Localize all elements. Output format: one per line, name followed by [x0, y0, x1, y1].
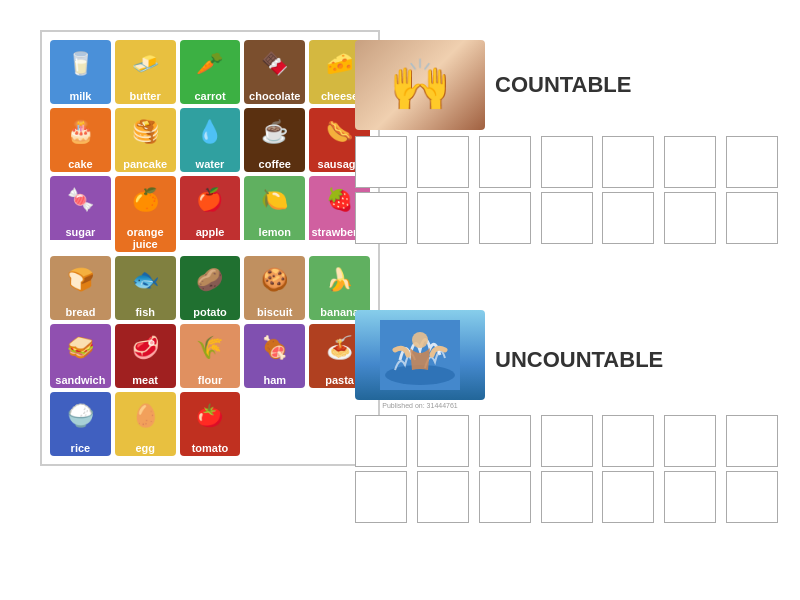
food-card-image: 🎂 [50, 108, 111, 156]
food-card-image: 💧 [180, 108, 241, 156]
food-card-butter[interactable]: 🧈butter [115, 40, 176, 104]
food-card-label: chocolate [244, 88, 305, 104]
drop-cell[interactable] [479, 136, 531, 188]
food-card-apple[interactable]: 🍎apple [180, 176, 241, 252]
food-card-image: 🍖 [244, 324, 305, 372]
food-card-image: 🧈 [115, 40, 176, 88]
food-card-label: egg [115, 440, 176, 456]
food-card-water[interactable]: 💧water [180, 108, 241, 172]
drop-cell[interactable] [664, 471, 716, 523]
food-card-potato[interactable]: 🥔potato [180, 256, 241, 320]
food-card-label: bread [50, 304, 111, 320]
food-card-image: 🍫 [244, 40, 305, 88]
drop-cell[interactable] [541, 415, 593, 467]
food-card-image: 🌾 [180, 324, 241, 372]
food-card-label: tomato [180, 440, 241, 456]
drop-cell[interactable] [602, 136, 654, 188]
food-card-image: 🥞 [115, 108, 176, 156]
food-card-label: pancake [115, 156, 176, 172]
food-card-label: flour [180, 372, 241, 388]
food-card-image: 🍬 [50, 176, 111, 224]
drop-cell[interactable] [417, 192, 469, 244]
food-card-label: butter [115, 88, 176, 104]
food-card-label: apple [180, 224, 241, 240]
countable-drop-grid-row1 [355, 136, 785, 188]
drop-cell[interactable] [541, 192, 593, 244]
food-card-bread[interactable]: 🍞bread [50, 256, 111, 320]
food-card-sugar[interactable]: 🍬sugar [50, 176, 111, 252]
uncountable-image [355, 310, 485, 400]
food-card-biscuit[interactable]: 🍪biscuit [244, 256, 305, 320]
food-card-label: meat [115, 372, 176, 388]
food-card-image: ☕ [244, 108, 305, 156]
food-card-label: water [180, 156, 241, 172]
food-card-pancake[interactable]: 🥞pancake [115, 108, 176, 172]
drop-cell[interactable] [602, 471, 654, 523]
drop-cell[interactable] [726, 192, 778, 244]
drop-cell[interactable] [479, 415, 531, 467]
food-card-image: 🍋 [244, 176, 305, 224]
food-card-image: 🥩 [115, 324, 176, 372]
food-card-label: orange juice [115, 224, 176, 252]
food-card-carrot[interactable]: 🥕carrot [180, 40, 241, 104]
drop-cell[interactable] [726, 471, 778, 523]
food-card-image: 🥚 [115, 392, 176, 440]
food-card-image: 🍊 [115, 176, 176, 224]
food-card-milk[interactable]: 🥛milk [50, 40, 111, 104]
food-card-rice[interactable]: 🍚rice [50, 392, 111, 456]
drop-cell[interactable] [417, 471, 469, 523]
countable-title: COUNTABLE [495, 72, 631, 98]
drop-cell[interactable] [664, 136, 716, 188]
food-card-meat[interactable]: 🥩meat [115, 324, 176, 388]
food-card-label: fish [115, 304, 176, 320]
food-card-egg[interactable]: 🥚egg [115, 392, 176, 456]
food-card-image: 🐟 [115, 256, 176, 304]
drop-cell[interactable] [355, 136, 407, 188]
food-card-cake[interactable]: 🎂cake [50, 108, 111, 172]
uncountable-section: Published on: 31444761 UNCOUNTABLE [355, 310, 785, 523]
food-card-image: 🍚 [50, 392, 111, 440]
food-card-tomato[interactable]: 🍅tomato [180, 392, 241, 456]
food-card-label: lemon [244, 224, 305, 240]
drop-cell[interactable] [417, 136, 469, 188]
food-card-ham[interactable]: 🍖ham [244, 324, 305, 388]
food-card-label: cake [50, 156, 111, 172]
drop-cell[interactable] [541, 471, 593, 523]
drop-cell[interactable] [726, 415, 778, 467]
food-card-image: 🍎 [180, 176, 241, 224]
countable-section: 🙌 COUNTABLE [355, 40, 785, 244]
drop-cell[interactable] [479, 471, 531, 523]
food-card-label: potato [180, 304, 241, 320]
drop-cell[interactable] [479, 192, 531, 244]
drop-cell[interactable] [541, 136, 593, 188]
food-card-coffee[interactable]: ☕coffee [244, 108, 305, 172]
food-cards-grid: 🥛milk🧈butter🥕carrot🍫chocolate🧀cheese🎂cak… [40, 30, 380, 466]
drop-cell[interactable] [602, 192, 654, 244]
drop-cell[interactable] [602, 415, 654, 467]
drop-cell[interactable] [664, 415, 716, 467]
food-card-label: ham [244, 372, 305, 388]
drop-cell[interactable] [417, 415, 469, 467]
food-card-lemon[interactable]: 🍋lemon [244, 176, 305, 252]
right-panel: 🙌 COUNTABLE [355, 20, 785, 580]
food-card-chocolate[interactable]: 🍫chocolate [244, 40, 305, 104]
food-card-flour[interactable]: 🌾flour [180, 324, 241, 388]
food-card-image: 🥔 [180, 256, 241, 304]
food-card-label: sugar [50, 224, 111, 240]
food-card-label: sandwich [50, 372, 111, 388]
food-card-fish[interactable]: 🐟fish [115, 256, 176, 320]
uncountable-title: UNCOUNTABLE [495, 347, 663, 373]
food-card-image: 🥕 [180, 40, 241, 88]
food-card-label: milk [50, 88, 111, 104]
food-card-image: 🥪 [50, 324, 111, 372]
food-card-sandwich[interactable]: 🥪sandwich [50, 324, 111, 388]
countable-drop-grid-row2 [355, 192, 785, 244]
food-card-label: biscuit [244, 304, 305, 320]
drop-cell[interactable] [726, 136, 778, 188]
drop-cell[interactable] [355, 415, 407, 467]
food-card-image: 🍞 [50, 256, 111, 304]
drop-cell[interactable] [664, 192, 716, 244]
drop-cell[interactable] [355, 471, 407, 523]
drop-cell[interactable] [355, 192, 407, 244]
food-card-orange-juice[interactable]: 🍊orange juice [115, 176, 176, 252]
